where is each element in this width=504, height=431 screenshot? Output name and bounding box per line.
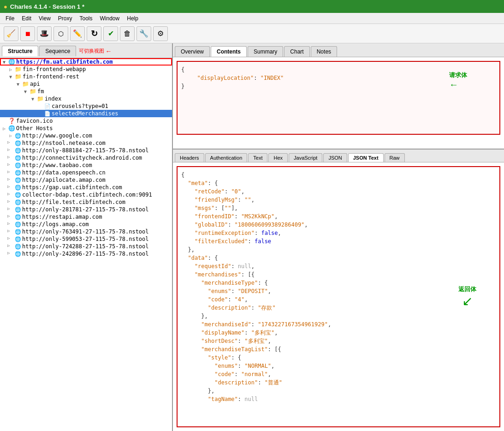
response-area: { "meta": { "retCode": "0", "friendlyMsg… [173, 162, 504, 431]
tree-item-apilocate[interactable]: ▷ 🌐 http://apilocate.amap.com [0, 176, 172, 184]
tree-item-only281781[interactable]: ▷ 🌐 http://only-281781-27-115-75-78.nsto… [0, 206, 172, 213]
toolbar-broom-button[interactable]: 🧹 [4, 26, 18, 41]
toolbar-breakpoint-button[interactable]: ⬡ [53, 26, 68, 41]
tree-container[interactable]: ▼ 🌐 https://fm.uat.cibfintech.com 重点关注的域… [0, 58, 172, 431]
globe-icon-only242896: 🌐 [15, 251, 21, 257]
tree-item-nstool[interactable]: ▷ 🌐 http://nstool.netease.com [0, 139, 172, 147]
tab-structure[interactable]: Structure [2, 46, 38, 56]
tab-json[interactable]: JSON [323, 153, 347, 162]
globe-icon-only281781: 🌐 [15, 207, 21, 213]
menu-tools[interactable]: Tools [76, 14, 96, 23]
tree-toggle-other-hosts[interactable]: ▷ [1, 125, 7, 132]
tree-item-only242896[interactable]: ▷ 🌐 http://only-242896-27-115-75-78.nsto… [0, 250, 172, 257]
file-test-label: http://file.test.cibfintech.com [22, 199, 125, 205]
tree-item-only763491[interactable]: ▷ 🌐 http://only-763491-27-115-75-78.nsto… [0, 228, 172, 235]
folder-icon-webapp: 📁 [15, 66, 22, 72]
menu-edit[interactable]: Edit [18, 14, 35, 23]
other-hosts-label: Other Hosts [16, 125, 53, 132]
tree-toggle-google[interactable]: ▷ [7, 132, 14, 139]
tab-chart[interactable]: Chart [284, 46, 309, 57]
only242896-label: http://only-242896-27-115-75-78.nstool [22, 251, 149, 257]
toolbar-clear-button[interactable]: 🗑 [120, 26, 135, 41]
tree-toggle-api[interactable]: ▼ [15, 81, 21, 87]
tab-contents[interactable]: Contents [211, 46, 247, 57]
tab-headers[interactable]: Headers [175, 153, 204, 162]
tree-item-carousels[interactable]: 📄 carousels?type=01 [0, 102, 172, 110]
toolbar-refresh-button[interactable]: ↻ [87, 26, 101, 41]
tab-overview[interactable]: Overview [175, 46, 210, 57]
globe-icon-only724288: 🌐 [15, 244, 21, 250]
tree-toggle-fm[interactable]: ▼ [22, 88, 29, 95]
toolbar-hat-button[interactable]: 🎩 [37, 26, 52, 41]
tree-item-main-host[interactable]: ▼ 🌐 https://fm.uat.cibfintech.com [0, 58, 172, 66]
right-panel: Overview Contents Summary Chart Notes { … [173, 43, 504, 431]
only599053-label: http://only-599053-27-115-75-78.nstool [22, 236, 149, 242]
only763491-label: http://only-763491-27-115-75-78.nstool [22, 228, 149, 235]
left-panel: Structure Sequence 可切换视图 ← ▼ 🌐 https://f… [0, 43, 173, 431]
globe-icon-file-test: 🌐 [15, 199, 21, 205]
globe-icon-taobao: 🌐 [15, 162, 21, 168]
tree-toggle-index[interactable]: ▼ [30, 96, 36, 102]
tree-item-fm[interactable]: ▼ 📁 fm [0, 88, 172, 95]
menu-proxy[interactable]: Proxy [54, 14, 76, 23]
tab-text[interactable]: Text [248, 153, 267, 162]
toolbar-rewrite-button[interactable]: 🔧 [136, 26, 151, 41]
tab-javascript[interactable]: JavaScript [289, 153, 322, 162]
tab-summary[interactable]: Summary [248, 46, 283, 57]
toolbar-check-button[interactable]: ✔ [103, 26, 118, 41]
tree-toggle-fin-webapp[interactable]: ▷ [7, 66, 14, 72]
globe-icon-collector: 🌐 [15, 192, 21, 198]
tree-item-logs-amap[interactable]: ▷ 🌐 http://logs.amap.com [0, 221, 172, 228]
tree-item-restapi-amap[interactable]: ▷ 🌐 https://restapi.amap.com [0, 213, 172, 221]
nstool-label: http://nstool.netease.com [22, 140, 106, 146]
tree-item-api[interactable]: ▼ 📁 api [0, 80, 172, 88]
tree-toggle-fin-rest[interactable]: ▼ [7, 73, 14, 80]
only724288-label: http://only-724288-27-115-75-78.nstool [22, 243, 149, 250]
tree-toggle-main-host[interactable]: ▼ [1, 59, 7, 65]
menu-window[interactable]: Window [96, 14, 124, 23]
toolbar-stop-button[interactable]: ⏹ [20, 26, 35, 41]
tree-item-only888[interactable]: ▷ 🌐 http://only-888184-27-115-75-78.nsto… [0, 147, 172, 154]
tree-item-taobao[interactable]: ▷ 🌐 http://www.taobao.com [0, 162, 172, 169]
tree-item-favicon[interactable]: ❓ favicon.ico [0, 117, 172, 125]
google-label: http://www.google.com [22, 132, 92, 139]
main-host-label: https://fm.uat.cibfintech.com [16, 59, 113, 65]
tree-item-other-hosts[interactable]: ▷ 🌐 Other Hosts [0, 125, 172, 132]
tree-item-only599053[interactable]: ▷ 🌐 http://only-599053-27-115-75-78.nsto… [0, 235, 172, 243]
tree-item-index[interactable]: ▼ 📁 index [0, 95, 172, 102]
globe-icon-nstool: 🌐 [15, 140, 21, 146]
tree-item-gap-uat[interactable]: ▷ 🌐 https://gap.uat.cibfintech.com [0, 184, 172, 191]
tab-notes[interactable]: Notes [311, 46, 337, 57]
globe-icon-only763491: 🌐 [15, 229, 21, 235]
tree-item-fin-rest[interactable]: ▼ 📁 fin-frontend-rest [0, 73, 172, 80]
api-label: api [30, 81, 40, 87]
toolbar-compose-button[interactable]: ✏️ [70, 26, 85, 41]
tree-item-openspeech[interactable]: ▷ 🌐 http://data.openspeech.cn [0, 169, 172, 176]
tab-hex[interactable]: Hex [268, 153, 288, 162]
carousels-label: carousels?type=01 [52, 103, 108, 109]
menu-view[interactable]: View [35, 14, 54, 23]
tab-json-text[interactable]: JSON Text [348, 153, 384, 162]
globe-icon-connectivity: 🌐 [15, 155, 21, 161]
fm-label: fm [37, 88, 44, 95]
tab-sequence[interactable]: Sequence [39, 46, 76, 56]
tab-raw[interactable]: Raw [385, 153, 405, 162]
tree-item-collector[interactable]: ▷ 🌐 collector-bdap.test.cibfintech.com:9… [0, 191, 172, 198]
tree-item-google[interactable]: ▷ 🌐 http://www.google.com [0, 132, 172, 139]
tab-authentication[interactable]: Authentication [205, 153, 248, 162]
tree-item-connectivity[interactable]: ▷ 🌐 http://connectivitycheck.android.com [0, 154, 172, 162]
globe-icon-other-hosts: 🌐 [8, 125, 15, 132]
tree-item-only724288[interactable]: ▷ 🌐 http://only-724288-27-115-75-78.nsto… [0, 243, 172, 250]
menu-file[interactable]: File [2, 14, 18, 23]
tree-item-fin-webapp[interactable]: ▷ 📁 fin-frontend-webapp [0, 66, 172, 73]
tree-toggle-merchandises [37, 110, 43, 117]
tree-item-file-test[interactable]: ▷ 🌐 http://file.test.cibfintech.com [0, 198, 172, 206]
globe-icon-google: 🌐 [15, 133, 21, 139]
only281781-label: http://only-281781-27-115-75-78.nstool [22, 206, 149, 213]
view-switch-annotation: 可切换视图 [79, 48, 104, 54]
menu-help[interactable]: Help [123, 14, 142, 23]
tree-item-selected-merchandises[interactable]: 📄 selectedMerchandises [0, 110, 172, 117]
toolbar-settings-button[interactable]: ⚙ [153, 26, 168, 41]
response-body-box[interactable]: { "meta": { "retCode": "0", "friendlyMsg… [177, 166, 500, 427]
apilocate-label: http://apilocate.amap.com [22, 177, 106, 183]
